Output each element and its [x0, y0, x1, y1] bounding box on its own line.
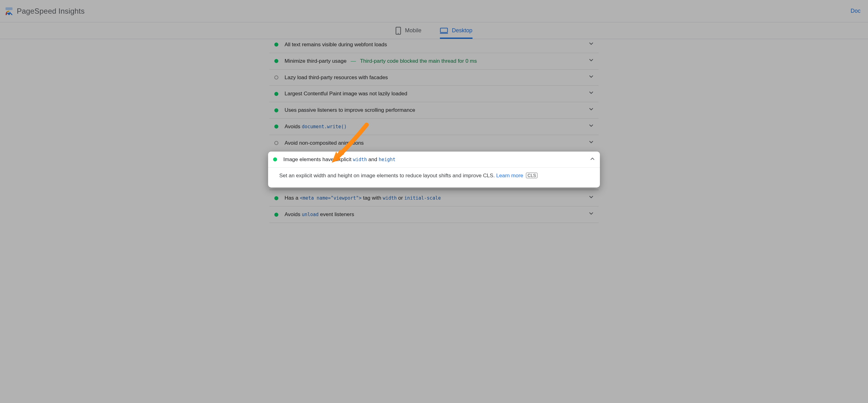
audit-row[interactable]: All text remains visible during webfont … [269, 39, 599, 53]
code-snippet: <meta name="viewport"> [300, 195, 362, 201]
audit-title-text: Avoids [285, 124, 302, 130]
status-pass-icon [274, 42, 278, 46]
chevron-down-icon [589, 74, 594, 81]
audit-title: Avoid non-composited animations [285, 139, 589, 147]
chevron-down-icon [589, 211, 594, 218]
brand: PageSpeed Insights [4, 6, 85, 16]
divider [269, 188, 599, 190]
svg-rect-0 [6, 7, 13, 10]
svg-point-4 [398, 33, 399, 34]
code-snippet: unload [302, 212, 318, 217]
pagespeed-logo-icon [4, 6, 14, 16]
audit-title: Has a <meta name="viewport"> tag with wi… [285, 194, 589, 202]
status-pass-icon [274, 108, 278, 112]
audit-title-text: Image elements have explicit [283, 157, 353, 162]
status-pass-icon [273, 158, 277, 162]
code-snippet: document.write() [302, 124, 347, 130]
audit-row[interactable]: Largest Contentful Paint image was not l… [269, 86, 599, 102]
audit-title: Avoids unload event listeners [285, 211, 589, 218]
audit-list: All text remains visible during webfont … [269, 39, 599, 223]
audit-title-text: Minimize third-party usage [285, 58, 346, 64]
chevron-down-icon [589, 58, 594, 65]
learn-more-link[interactable]: Learn more [496, 173, 523, 178]
tab-desktop-label: Desktop [452, 27, 472, 34]
audit-title: Uses passive listeners to improve scroll… [285, 106, 589, 114]
chevron-down-icon [589, 194, 594, 202]
audit-title: Image elements have explicit width and h… [283, 156, 590, 163]
audit-row[interactable]: Avoids document.write() [269, 119, 599, 135]
audit-row[interactable]: Image elements have explicit width and h… [268, 152, 600, 168]
audit-detail-text: Third-party code blocked the main thread… [360, 58, 477, 64]
status-pass-icon [274, 59, 278, 63]
app-title: PageSpeed Insights [17, 7, 85, 15]
status-pass-icon [274, 125, 278, 129]
svg-line-2 [9, 12, 10, 14]
status-pass-icon [274, 213, 278, 217]
audit-title-text: Avoids [285, 211, 302, 217]
status-info-icon [274, 141, 278, 145]
code-snippet: initial-scale [404, 195, 441, 201]
tab-desktop[interactable]: Desktop [440, 22, 472, 39]
audit-title-text: Has a [285, 195, 300, 201]
mobile-icon [396, 27, 401, 35]
audit-title-text: tag with [362, 195, 383, 201]
audit-row-expanded: Image elements have explicit width and h… [268, 152, 600, 188]
app-header: PageSpeed Insights Doc [0, 0, 868, 22]
audit-title: Minimize third-party usage — Third-party… [285, 58, 589, 65]
device-tabs: Mobile Desktop [0, 22, 868, 39]
audit-description-text: Set an explicit width and height on imag… [279, 173, 496, 178]
docs-link[interactable]: Doc [850, 8, 861, 14]
audit-row[interactable]: Lazy load third-party resources with fac… [269, 70, 599, 86]
metric-tag: CLS [526, 173, 537, 178]
chevron-down-icon [589, 90, 594, 98]
audit-title: Lazy load third-party resources with fac… [285, 74, 589, 81]
status-pass-icon [274, 92, 278, 96]
code-snippet: width [353, 157, 367, 162]
tab-mobile[interactable]: Mobile [396, 22, 421, 39]
audit-title: Largest Contentful Paint image was not l… [285, 90, 589, 98]
audit-title-text: or [397, 195, 404, 201]
code-snippet: width [383, 195, 397, 201]
chevron-down-icon [589, 139, 594, 147]
audit-row[interactable]: Minimize third-party usage — Third-party… [269, 53, 599, 70]
chevron-down-icon [589, 106, 594, 114]
code-snippet: height [379, 157, 396, 162]
status-info-icon [274, 75, 278, 79]
audit-row[interactable]: Avoids unload event listeners [269, 206, 599, 223]
audit-description: Set an explicit width and height on imag… [268, 168, 600, 188]
desktop-icon [440, 28, 448, 34]
status-pass-icon [274, 196, 278, 200]
chevron-down-icon [589, 123, 594, 130]
tab-mobile-label: Mobile [405, 27, 421, 34]
audit-title-text: event listeners [319, 211, 354, 217]
svg-rect-5 [440, 28, 448, 32]
audit-title: Avoids document.write() [285, 123, 589, 130]
chevron-down-icon [589, 41, 594, 48]
audit-title: All text remains visible during webfont … [285, 41, 589, 48]
dash-separator: — [349, 58, 357, 64]
audit-row[interactable]: Avoid non-composited animations [269, 135, 599, 152]
chevron-up-icon [590, 156, 595, 163]
audit-title-text: and [367, 157, 379, 162]
audit-row[interactable]: Has a <meta name="viewport"> tag with wi… [269, 190, 599, 206]
audit-row[interactable]: Uses passive listeners to improve scroll… [269, 102, 599, 119]
